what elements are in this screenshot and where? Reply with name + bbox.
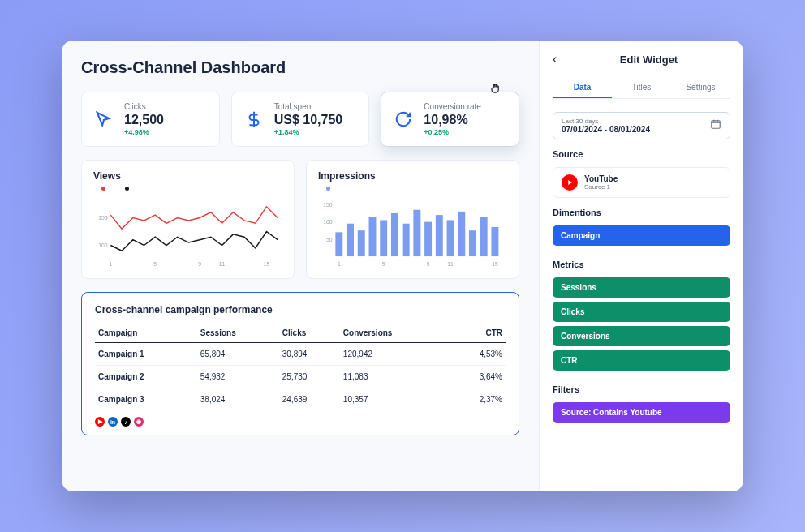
svg-text:150: 150 <box>323 202 333 208</box>
table-row[interactable]: Campaign 254,93225,73011,0833,64% <box>95 366 506 388</box>
legend-dot-black <box>125 187 129 191</box>
table-cell: Campaign 3 <box>95 388 197 411</box>
kpi-clicks[interactable]: Clicks 12,500 +4.98% <box>81 92 220 147</box>
svg-rect-18 <box>424 222 432 256</box>
svg-rect-10 <box>335 232 342 256</box>
cursor-icon <box>93 109 114 130</box>
kpi-row: Clicks 12,500 +4.98% Total spent US$ 10,… <box>81 92 519 147</box>
table-header: CTR <box>448 324 506 343</box>
dollar-icon <box>243 109 265 130</box>
main-dashboard: Cross-Channel Dashboard Clicks 12,500 +4… <box>62 41 539 491</box>
table-row[interactable]: Campaign 338,02424,63910,3572,37% <box>95 388 506 411</box>
table-cell: 30,894 <box>279 343 340 366</box>
svg-rect-23 <box>480 217 488 256</box>
source-selector[interactable]: YouTube Source 1 <box>553 167 730 198</box>
instagram-icon: ◉ <box>134 417 144 427</box>
legend <box>101 187 282 191</box>
kpi-label: Clicks <box>124 102 208 111</box>
table-cell: 3,64% <box>448 366 506 388</box>
source-heading: Source <box>553 149 730 159</box>
youtube-icon: ▶ <box>95 417 105 427</box>
legend-dot-red <box>101 187 105 191</box>
date-range: 07/01/2024 - 08/01/2024 <box>562 125 650 134</box>
source-name: YouTube <box>584 174 618 183</box>
svg-text:50: 50 <box>326 237 333 242</box>
table-cell: 2,37% <box>448 388 506 411</box>
views-chart: 1001501591115 <box>93 194 282 268</box>
kpi-conversion-rate[interactable]: Conversion rate 10,98% +0.25% <box>381 92 519 147</box>
svg-rect-17 <box>413 210 420 256</box>
performance-table-card[interactable]: Cross-channel campaign performance Campa… <box>81 292 519 435</box>
metric-chip-clicks[interactable]: Clicks <box>553 302 730 322</box>
refresh-icon <box>393 109 414 130</box>
kpi-value: 10,98% <box>424 113 507 127</box>
svg-rect-30 <box>712 121 721 128</box>
table-cell: 65,804 <box>197 343 279 366</box>
table-cell: 4,53% <box>448 343 506 366</box>
calendar-icon <box>710 118 721 133</box>
dimension-chip-campaign[interactable]: Campaign <box>553 225 730 246</box>
table-row[interactable]: Campaign 165,80430,894120,9424,53% <box>95 343 506 366</box>
panel-title: Views <box>93 170 282 182</box>
svg-text:11: 11 <box>219 261 226 267</box>
svg-text:15: 15 <box>492 261 498 267</box>
table-header: Sessions <box>197 324 279 343</box>
filter-chip-source[interactable]: Source: Contains Youtube <box>553 402 730 423</box>
impressions-chart: 501001501591115 <box>318 194 507 268</box>
svg-text:5: 5 <box>153 261 157 267</box>
svg-text:15: 15 <box>264 261 270 267</box>
svg-rect-15 <box>391 213 398 256</box>
sidebar-tabs: Data Titles Settings <box>553 78 730 99</box>
linkedin-icon: in <box>108 417 118 427</box>
dimensions-heading: Dimentions <box>553 208 730 217</box>
svg-rect-12 <box>358 230 365 256</box>
tab-titles[interactable]: Titles <box>612 78 671 98</box>
views-panel[interactable]: Views 1001501591115 <box>81 160 295 279</box>
date-range-picker[interactable]: Last 30 days 07/01/2024 - 08/01/2024 <box>553 112 730 139</box>
back-button[interactable]: ‹ <box>553 52 567 66</box>
table-cell: Campaign 2 <box>95 366 197 388</box>
social-icons: ▶ in ♪ ◉ <box>95 417 506 427</box>
kpi-label: Conversion rate <box>424 102 507 111</box>
sidebar-header: ‹ Edit Widget <box>553 52 730 66</box>
svg-rect-21 <box>458 212 465 256</box>
kpi-label: Total spent <box>274 102 358 111</box>
tab-settings[interactable]: Settings <box>671 78 730 98</box>
table-cell: 54,932 <box>197 366 279 388</box>
table-cell: Campaign 1 <box>95 343 197 366</box>
source-sub: Source 1 <box>584 183 618 191</box>
grab-cursor-icon <box>489 81 504 99</box>
youtube-icon <box>562 174 578 191</box>
svg-text:5: 5 <box>382 261 385 267</box>
svg-text:150: 150 <box>98 215 108 221</box>
charts-row: Views 1001501591115 Impressions 50100150… <box>81 160 519 279</box>
svg-rect-22 <box>469 230 476 256</box>
metric-chip-conversions[interactable]: Conversions <box>553 326 730 346</box>
kpi-total-spent[interactable]: Total spent US$ 10,750 +1.84% <box>231 92 370 147</box>
table-cell: 25,730 <box>279 366 340 388</box>
svg-rect-20 <box>447 220 454 256</box>
table-header: Conversions <box>340 324 448 343</box>
kpi-delta: +1.84% <box>274 128 358 136</box>
svg-text:9: 9 <box>427 261 430 267</box>
impressions-panel[interactable]: Impressions 501001501591115 <box>306 160 519 279</box>
table-cell: 10,357 <box>340 388 448 411</box>
svg-text:1: 1 <box>109 261 112 267</box>
svg-rect-14 <box>380 220 387 256</box>
legend <box>326 187 507 191</box>
tab-data[interactable]: Data <box>553 78 612 98</box>
svg-rect-13 <box>369 217 377 256</box>
filters-heading: Filters <box>553 384 730 394</box>
svg-text:11: 11 <box>447 261 454 267</box>
metrics-heading: Metrics <box>553 260 730 269</box>
kpi-value: US$ 10,750 <box>274 113 358 127</box>
legend-dot-blue <box>326 187 330 191</box>
svg-rect-16 <box>402 224 410 256</box>
metric-chip-ctr[interactable]: CTR <box>553 350 730 371</box>
svg-text:1: 1 <box>338 261 341 267</box>
metric-chip-sessions[interactable]: Sessions <box>553 277 730 298</box>
svg-text:9: 9 <box>198 261 201 267</box>
table-header: Campaign <box>95 324 197 343</box>
panel-title: Impressions <box>318 170 507 182</box>
svg-text:100: 100 <box>98 242 108 248</box>
